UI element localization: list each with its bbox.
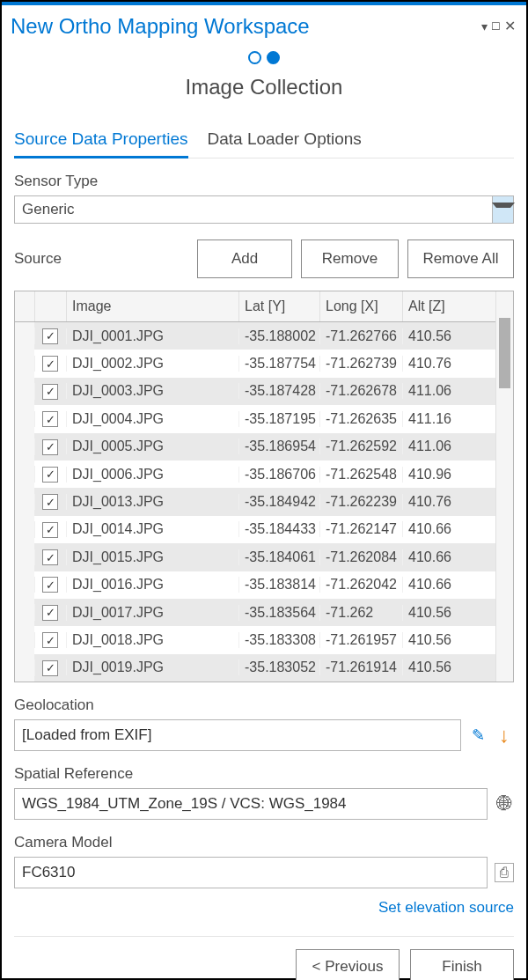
- row-selector[interactable]: [15, 626, 34, 653]
- row-checkbox[interactable]: ✓: [34, 438, 66, 455]
- row-lat: -35.184433: [238, 521, 319, 537]
- table-row[interactable]: ✓DJI_0005.JPG-35.186954-71.262592411.06: [15, 433, 495, 461]
- finish-button[interactable]: Finish: [410, 949, 514, 980]
- row-long: -71.262147: [319, 521, 402, 537]
- row-lat: -35.187754: [238, 356, 319, 372]
- row-long: -71.262739: [319, 356, 402, 372]
- table-row[interactable]: ✓DJI_0016.JPG-35.183814-71.262042410.66: [15, 571, 495, 599]
- close-icon[interactable]: ✕: [504, 19, 516, 33]
- remove-button[interactable]: Remove: [301, 239, 399, 278]
- row-selector[interactable]: [15, 516, 34, 543]
- menu-icon[interactable]: ▾: [481, 20, 488, 33]
- row-checkbox[interactable]: ✓: [34, 494, 66, 511]
- titlebar: New Ortho Mapping Workspace ▾ ☐ ✕: [2, 5, 526, 51]
- table-row[interactable]: ✓DJI_0004.JPG-35.187195-71.262635411.16: [15, 405, 495, 432]
- row-selector[interactable]: [15, 322, 34, 350]
- spatial-ref-input[interactable]: WGS_1984_UTM_Zone_19S / VCS: WGS_1984: [14, 788, 488, 820]
- chevron-down-icon[interactable]: [492, 196, 513, 223]
- table-row[interactable]: ✓DJI_0013.JPG-35.184942-71.262239410.76: [15, 488, 495, 515]
- row-selector[interactable]: [15, 654, 34, 682]
- step-dot-1[interactable]: [248, 51, 261, 64]
- row-image: DJI_0016.JPG: [66, 577, 238, 593]
- row-lat: -35.183564: [238, 605, 319, 621]
- row-image: DJI_0006.JPG: [66, 467, 238, 483]
- spatial-ref-label: Spatial Reference: [14, 765, 514, 783]
- table-row[interactable]: ✓DJI_0018.JPG-35.183308-71.261957410.56: [15, 626, 495, 653]
- row-selector[interactable]: [15, 378, 34, 405]
- tab-source-data-properties[interactable]: Source Data Properties: [14, 129, 188, 158]
- row-alt: 410.56: [402, 659, 495, 675]
- image-table: Image Lat [Y] Long [X] Alt [Z] ✓DJI_0001…: [14, 291, 514, 682]
- header-lat[interactable]: Lat [Y]: [238, 291, 319, 321]
- row-image: DJI_0013.JPG: [66, 494, 238, 510]
- section-header: Image Collection: [2, 51, 526, 99]
- row-checkbox[interactable]: ✓: [34, 328, 66, 344]
- table-row[interactable]: ✓DJI_0003.JPG-35.187428-71.262678411.06: [15, 378, 495, 405]
- add-button[interactable]: Add: [197, 239, 292, 278]
- workspace-window: New Ortho Mapping Workspace ▾ ☐ ✕ Image …: [2, 2, 526, 978]
- row-checkbox[interactable]: ✓: [34, 549, 66, 566]
- row-long: -71.262766: [319, 328, 402, 344]
- row-lat: -35.188002: [238, 328, 319, 344]
- table-row[interactable]: ✓DJI_0014.JPG-35.184433-71.262147410.66: [15, 516, 495, 543]
- set-elevation-source-link[interactable]: Set elevation source: [14, 899, 514, 917]
- header-image[interactable]: Image: [66, 291, 238, 321]
- maximize-icon[interactable]: ☐: [491, 21, 501, 32]
- row-selector[interactable]: [15, 488, 34, 515]
- table-row[interactable]: ✓DJI_0017.JPG-35.183564-71.262410.56: [15, 599, 495, 626]
- row-image: DJI_0018.JPG: [66, 632, 238, 648]
- globe-icon[interactable]: 🌐︎: [495, 795, 514, 814]
- step-dot-2[interactable]: [267, 51, 280, 64]
- header-checkbox[interactable]: [34, 291, 66, 321]
- table-row[interactable]: ✓DJI_0001.JPG-35.188002-71.262766410.56: [15, 322, 495, 350]
- row-checkbox[interactable]: ✓: [34, 604, 66, 621]
- row-selector[interactable]: [15, 433, 34, 461]
- tab-data-loader-options[interactable]: Data Loader Options: [208, 129, 362, 158]
- section-title: Image Collection: [2, 75, 526, 99]
- row-lat: -35.184942: [238, 494, 319, 510]
- row-checkbox[interactable]: ✓: [34, 383, 66, 400]
- row-checkbox[interactable]: ✓: [34, 411, 66, 428]
- row-image: DJI_0015.JPG: [66, 549, 238, 565]
- table-row[interactable]: ✓DJI_0015.JPG-35.184061-71.262084410.66: [15, 543, 495, 571]
- sensor-type-label: Sensor Type: [14, 173, 514, 190]
- row-selector[interactable]: [15, 571, 34, 599]
- header-row-selector[interactable]: [15, 291, 34, 321]
- row-checkbox[interactable]: ✓: [34, 466, 66, 483]
- row-image: DJI_0003.JPG: [66, 383, 238, 399]
- row-alt: 410.96: [402, 467, 495, 483]
- arrow-down-icon[interactable]: ↓: [495, 723, 514, 748]
- header-long[interactable]: Long [X]: [319, 291, 402, 321]
- scrollbar-thumb[interactable]: [499, 318, 510, 388]
- row-selector[interactable]: [15, 405, 34, 432]
- table-row[interactable]: ✓DJI_0002.JPG-35.187754-71.262739410.76: [15, 350, 495, 377]
- row-checkbox[interactable]: ✓: [34, 632, 66, 649]
- row-alt: 410.76: [402, 494, 495, 510]
- table-header: Image Lat [Y] Long [X] Alt [Z]: [15, 291, 495, 322]
- row-checkbox[interactable]: ✓: [34, 659, 66, 676]
- source-label: Source: [14, 250, 188, 268]
- header-alt[interactable]: Alt [Z]: [402, 291, 495, 321]
- scrollbar[interactable]: [495, 291, 513, 682]
- row-lat: -35.183052: [238, 659, 319, 675]
- sensor-type-select[interactable]: Generic: [14, 195, 514, 224]
- pencil-icon[interactable]: ✎: [468, 726, 488, 745]
- row-checkbox[interactable]: ✓: [34, 521, 66, 538]
- table-row[interactable]: ✓DJI_0019.JPG-35.183052-71.261914410.56: [15, 654, 495, 682]
- row-checkbox[interactable]: ✓: [34, 577, 66, 593]
- table-row[interactable]: ✓DJI_0006.JPG-35.186706-71.262548410.96: [15, 461, 495, 488]
- footer: < Previous Finish: [14, 936, 514, 980]
- geolocation-input[interactable]: [Loaded from EXIF]: [14, 719, 461, 751]
- camera-model-input[interactable]: FC6310: [14, 857, 488, 888]
- camera-properties-icon[interactable]: ⎙: [495, 863, 514, 882]
- row-alt: 410.56: [402, 632, 495, 648]
- row-checkbox[interactable]: ✓: [34, 356, 66, 372]
- remove-all-button[interactable]: Remove All: [407, 239, 514, 278]
- camera-model-label: Camera Model: [14, 834, 514, 851]
- previous-button[interactable]: < Previous: [296, 949, 400, 980]
- row-alt: 411.06: [402, 383, 495, 399]
- row-selector[interactable]: [15, 461, 34, 488]
- row-selector[interactable]: [15, 599, 34, 626]
- row-selector[interactable]: [15, 350, 34, 377]
- row-selector[interactable]: [15, 543, 34, 571]
